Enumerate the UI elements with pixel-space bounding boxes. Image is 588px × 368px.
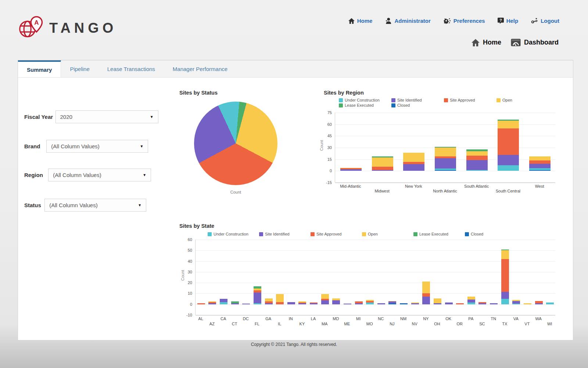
- brand-select[interactable]: (All Column Values)▼: [46, 140, 148, 153]
- tab-manager-performance[interactable]: Manager Performance: [164, 60, 236, 77]
- legend-label: Lease Executed: [345, 103, 374, 107]
- bar-al[interactable]: [197, 303, 205, 304]
- bar-mo[interactable]: [366, 300, 374, 304]
- tab-lease-transactions[interactable]: Lease Transactions: [98, 60, 164, 77]
- segment-under_construction: [254, 303, 261, 304]
- segment-site_approved: [501, 259, 509, 292]
- bar-wi[interactable]: [546, 302, 554, 304]
- nav-label: Administrator: [394, 18, 430, 24]
- x-axis-label-new-york: New York: [393, 184, 434, 188]
- segment-open: [276, 294, 284, 302]
- segment-site_identified: [287, 302, 295, 304]
- nav-item-administrator[interactable]: Administrator: [385, 18, 430, 24]
- segment-under_construction: [498, 165, 519, 171]
- chart-plot-area: [195, 240, 555, 315]
- bar-nv[interactable]: [411, 302, 419, 304]
- segment-open: [529, 156, 551, 160]
- administrator-icon: [385, 18, 392, 24]
- legend-item-closed: Closed: [465, 232, 516, 236]
- bar-in[interactable]: [287, 302, 295, 304]
- bar-ny[interactable]: [422, 282, 430, 304]
- nav-item-logout[interactable]: Logout: [531, 18, 559, 24]
- bar-west[interactable]: [529, 156, 551, 171]
- bar-new-york[interactable]: [403, 153, 424, 171]
- content-panel: SummaryPipelineLease TransactionsManager…: [18, 60, 573, 340]
- segment-site_identified: [220, 299, 227, 302]
- bar-tn[interactable]: [490, 303, 498, 304]
- legend-item-under-construction: Under Construction: [339, 98, 391, 102]
- breadcrumb-dashboard[interactable]: Dashboard: [511, 39, 559, 46]
- bar-nc[interactable]: [377, 303, 385, 304]
- gridline: [196, 304, 555, 305]
- bar-wa[interactable]: [535, 301, 543, 304]
- bar-sc[interactable]: [478, 302, 486, 304]
- breadcrumb-label: Home: [483, 39, 501, 46]
- bar-pa[interactable]: [467, 297, 475, 304]
- bar-tx[interactable]: [501, 250, 509, 304]
- y-tick-label: 60: [319, 122, 332, 127]
- segment-site_approved: [422, 293, 430, 297]
- bar-nm[interactable]: [400, 303, 408, 304]
- bar-la[interactable]: [310, 302, 318, 304]
- bar-ca[interactable]: [220, 299, 227, 304]
- bar-az[interactable]: [208, 301, 216, 304]
- bar-ct[interactable]: [231, 301, 239, 304]
- segment-site_identified: [298, 303, 306, 304]
- segment-site_identified: [332, 300, 340, 304]
- closed-swatch: [391, 103, 395, 107]
- top-nav: HomeAdministratorPreferences?HelpLogout: [348, 18, 559, 24]
- bar-il[interactable]: [276, 294, 284, 304]
- bar-mi[interactable]: [355, 301, 363, 304]
- status-select[interactable]: (All Column Values)▼: [44, 199, 146, 212]
- bar-va[interactable]: [512, 300, 520, 304]
- y-tick-label: 0: [180, 302, 192, 307]
- bar-south-atlantic[interactable]: [466, 149, 488, 171]
- nav-item-home[interactable]: Home: [348, 18, 373, 24]
- legend-item-under-construction: Under Construction: [208, 232, 259, 236]
- x-axis-label-west: West: [519, 184, 560, 188]
- segment-closed: [400, 303, 408, 304]
- tab-summary[interactable]: Summary: [18, 60, 61, 77]
- bar-mid-atlantic[interactable]: [340, 168, 362, 171]
- bar-dc[interactable]: [242, 304, 250, 304]
- gridline: [335, 171, 555, 171]
- legend-label: Site Approved: [450, 98, 475, 102]
- bar-ok[interactable]: [445, 302, 453, 304]
- gridline: [335, 183, 555, 183]
- gridline: [335, 136, 555, 136]
- segment-open: [524, 303, 531, 304]
- bar-oh[interactable]: [434, 298, 441, 304]
- svg-text:?: ?: [499, 18, 502, 22]
- breadcrumb-home[interactable]: Home: [472, 39, 501, 46]
- state-chart-title: Sites by State: [179, 223, 214, 229]
- nav-item-preferences[interactable]: Preferences: [443, 18, 485, 24]
- segment-site_approved: [197, 303, 205, 304]
- bar-me[interactable]: [344, 304, 351, 304]
- legend-item-closed: Closed: [391, 103, 444, 107]
- bar-or[interactable]: [456, 303, 464, 304]
- open-swatch: [362, 232, 366, 236]
- bar-nj[interactable]: [388, 301, 396, 304]
- bar-md[interactable]: [332, 298, 340, 304]
- bar-ga[interactable]: [265, 298, 273, 304]
- bar-midwest[interactable]: [372, 156, 393, 171]
- segment-site_identified: [208, 303, 216, 304]
- legend-label: Site Identified: [265, 232, 290, 236]
- region-select[interactable]: (All Column Values)▼: [48, 169, 151, 181]
- bar-fl[interactable]: [254, 286, 261, 304]
- site-approved-swatch: [311, 232, 315, 236]
- bar-north-atlantic[interactable]: [435, 147, 456, 171]
- y-tick-label: 15: [319, 157, 332, 162]
- lease-executed-swatch: [339, 103, 343, 107]
- tab-pipeline[interactable]: Pipeline: [61, 60, 98, 77]
- bar-south-central[interactable]: [498, 120, 519, 171]
- nav-item-help[interactable]: ?Help: [498, 18, 519, 24]
- x-axis-label-wa: WA: [518, 316, 559, 321]
- sites-by-status-pie[interactable]: [194, 102, 277, 185]
- home-icon: [348, 18, 355, 24]
- legend-label: Closed: [397, 103, 410, 107]
- fiscal-year-select[interactable]: 2020▼: [55, 110, 158, 123]
- bar-ky[interactable]: [298, 301, 306, 304]
- bar-ma[interactable]: [321, 294, 329, 304]
- bar-vt[interactable]: [524, 303, 531, 304]
